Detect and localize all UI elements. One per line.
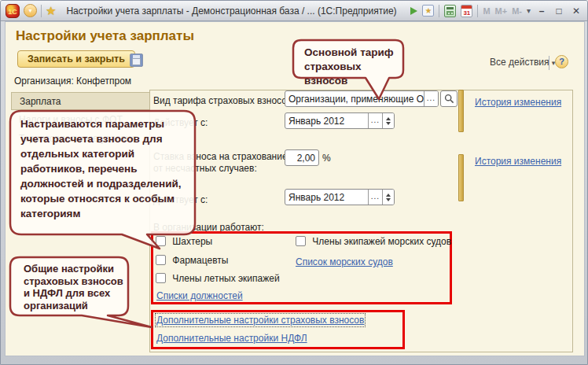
nav-forward-icon[interactable] [410, 7, 417, 15]
positions-lists-link[interactable]: Списки должностей [156, 290, 243, 301]
page-title: Настройки учета зарплаты [16, 28, 194, 44]
magnifier-icon [444, 94, 454, 104]
separator-bar [458, 90, 464, 132]
organization-label: Организация: [14, 76, 74, 87]
organization-row: Организация: Конфетпром [14, 76, 131, 87]
save-and-close-button[interactable]: Записать и закрыть [17, 50, 135, 68]
checkbox-box[interactable] [156, 273, 166, 283]
favorites-star-icon[interactable]: ★ [46, 5, 56, 17]
tariff-type-label: Вид тарифа страховых взносов: [153, 95, 295, 106]
checkbox-sea-crew[interactable]: Члены экипажей морских судов [296, 236, 451, 249]
accident-rate-input[interactable]: 2,00 [285, 149, 319, 166]
spin-down-icon [386, 122, 391, 125]
divider [439, 5, 439, 17]
extra-ndfl-settings-link[interactable]: Дополнительные настройки НДФЛ [156, 333, 307, 344]
organization-value: Конфетпром [76, 76, 131, 87]
divider [549, 56, 549, 70]
add-favorite-icon[interactable]: ★ [422, 5, 434, 17]
all-actions-button[interactable]: Все действия ▾ [490, 57, 555, 68]
main-menu-button[interactable]: ▾ [24, 4, 37, 17]
chevron-down-icon: ▾ [28, 7, 31, 14]
choose-ellipsis-button[interactable]: ... [368, 113, 382, 128]
calendar-icon[interactable]: 31 [461, 5, 472, 17]
memory-m-button[interactable]: M [483, 6, 490, 16]
checkbox-flight-crew[interactable]: Члены летных экипажей [156, 273, 280, 286]
1c-logo-icon: 1С [6, 4, 20, 18]
effective-from-input-2[interactable]: Январь 2012 ... [285, 189, 395, 205]
close-button[interactable]: ✕ [570, 5, 582, 17]
maximize-button[interactable]: □ [553, 5, 565, 17]
works-section-label: В организации работают: [153, 222, 264, 233]
spin-up-icon [386, 117, 391, 120]
separator-bar [458, 154, 464, 201]
tariff-type-input[interactable]: Организации, применяющие ОСН ... [285, 90, 439, 107]
effective-from-input-1[interactable]: Январь 2012 ... [285, 112, 395, 129]
memory-mminus-button[interactable]: M- [512, 6, 522, 16]
divider [477, 5, 478, 17]
search-magnifier-button[interactable] [440, 90, 458, 107]
save-icon[interactable] [130, 53, 143, 67]
minimize-button[interactable]: – [535, 5, 548, 17]
accident-rate-label: Ставка взноса на страхование от несчастн… [153, 151, 288, 175]
tariff-field-group: Организации, применяющие ОСН ... [285, 90, 458, 107]
history-link-rate[interactable]: История изменения [475, 156, 561, 167]
checkbox-box[interactable] [156, 255, 166, 265]
checkbox-miners[interactable]: Шахтеры [156, 236, 212, 249]
checkbox-box[interactable] [156, 236, 166, 246]
checkbox-box[interactable] [296, 236, 306, 246]
choose-ellipsis-button[interactable]: ... [424, 91, 438, 106]
application-window: 1С ▾ ★ Настройки учета зарплаты - Демонс… [0, 0, 588, 365]
percent-suffix: % [322, 153, 331, 164]
tab-territorial[interactable]: Территориальные условия [11, 130, 149, 148]
titlebar: 1С ▾ ★ Настройки учета зарплаты - Демонс… [1, 1, 587, 21]
spin-up-icon [386, 194, 391, 197]
tab-salary[interactable]: Зарплата [11, 92, 149, 110]
spinner-control[interactable] [382, 190, 394, 205]
tab-taxes-fot[interactable]: Налоги и взносы с ФОТ [11, 111, 149, 129]
form-content: Настройки учета зарплаты Записать и закр… [5, 21, 585, 356]
effective-from-label-2: Действует с: [153, 194, 208, 205]
checkbox-pharmacists[interactable]: Фармацевты [156, 255, 228, 267]
settings-panel [149, 90, 573, 352]
divider [41, 5, 42, 17]
effective-from-label-1: Действует с: [153, 117, 208, 128]
memory-mplus-button[interactable]: M+ [495, 6, 508, 16]
spinner-control[interactable] [382, 113, 394, 128]
sea-vessels-list-link[interactable]: Список морских судов [296, 256, 393, 267]
calculator-icon[interactable] [444, 5, 456, 17]
window-title: Настройки учета зарплаты - Демонстрацион… [66, 6, 396, 17]
extra-insurance-settings-link[interactable]: Дополнительные настройки страховых взнос… [156, 315, 364, 326]
help-button[interactable]: ? [555, 55, 568, 68]
history-link-tariff[interactable]: История изменения [475, 97, 561, 108]
choose-ellipsis-button[interactable]: ... [368, 190, 382, 205]
spin-down-icon [386, 198, 391, 201]
chevron-down-icon[interactable]: ▾ [527, 6, 531, 15]
